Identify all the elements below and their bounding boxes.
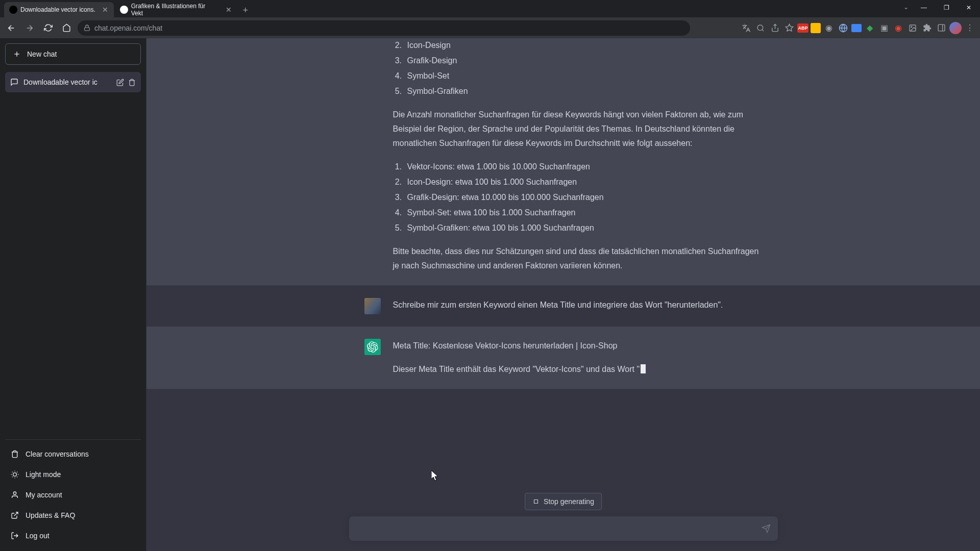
bookmark-icon[interactable]: [783, 22, 795, 34]
external-link-icon: [10, 511, 19, 519]
message-input[interactable]: [357, 524, 753, 533]
browser-tab[interactable]: Grafiken & Illustrationen für Vekt ✕: [115, 2, 237, 17]
message-content: Meta Title: Kostenlose Vektor-Icons heru…: [393, 339, 763, 377]
favicon-icon: [9, 6, 17, 14]
reload-button[interactable]: [41, 21, 55, 35]
user-icon: [10, 491, 19, 499]
edit-icon[interactable]: [116, 79, 124, 86]
list-item: Symbol-Set: [404, 69, 763, 83]
new-chat-button[interactable]: New chat: [5, 43, 141, 65]
main-content: Icon-Design Grafik-Design Symbol-Set Sym…: [146, 38, 980, 551]
plus-icon: [13, 50, 21, 58]
window-minimize[interactable]: —: [913, 0, 935, 15]
extension-icon[interactable]: [811, 23, 821, 33]
sidebar-link-label: Clear conversations: [26, 450, 89, 458]
profile-avatar[interactable]: [949, 22, 962, 34]
close-icon[interactable]: ✕: [225, 6, 232, 13]
list-item: Icon-Design: [404, 38, 763, 53]
sidebar-logout[interactable]: Log out: [5, 525, 141, 546]
svg-point-9: [13, 473, 17, 477]
sun-icon: [10, 470, 19, 479]
url-text: chat.openai.com/chat: [94, 24, 162, 32]
favicon-icon: [120, 6, 128, 14]
assistant-message: Meta Title: Kostenlose Vektor-Icons heru…: [146, 327, 980, 389]
user-message: Schreibe mir zum ersten Keyword einen Me…: [146, 286, 980, 327]
extension-icon[interactable]: [851, 24, 862, 32]
zoom-icon[interactable]: [754, 22, 767, 34]
extensions-menu-icon[interactable]: [921, 22, 933, 34]
assistant-text: Meta Title: Kostenlose Vektor-Icons heru…: [393, 339, 763, 353]
nav-bar: chat.openai.com/chat ABP ◉ ◆ ▣: [0, 17, 980, 38]
input-area: Stop generating: [146, 485, 980, 551]
chat-item-label: Downloadable vector ic: [23, 78, 111, 86]
tab-label: Grafiken & Illustrationen für Vekt: [131, 3, 219, 17]
stop-generating-button[interactable]: Stop generating: [525, 493, 602, 510]
trash-icon: [10, 450, 19, 458]
forward-button[interactable]: [22, 21, 37, 35]
translate-icon[interactable]: [740, 22, 752, 34]
list-item: Symbol-Grafiken: etwa 100 bis 1.000 Such…: [404, 221, 763, 235]
home-button[interactable]: [59, 21, 74, 35]
extension-icon[interactable]: [837, 22, 849, 34]
address-bar[interactable]: chat.openai.com/chat: [78, 20, 690, 36]
sidebar-link-label: Updates & FAQ: [26, 511, 75, 519]
window-maximize[interactable]: ❐: [935, 0, 958, 15]
sidebar-light-mode[interactable]: Light mode: [5, 464, 141, 485]
assistant-avatar: [364, 339, 381, 355]
svg-rect-5: [938, 24, 945, 31]
message-input-container[interactable]: [349, 516, 778, 541]
sidebar-link-label: Light mode: [26, 470, 61, 479]
share-icon[interactable]: [769, 22, 781, 34]
svg-line-13: [17, 477, 17, 477]
svg-rect-0: [85, 28, 90, 31]
new-tab-button[interactable]: +: [238, 3, 253, 17]
svg-line-17: [17, 472, 17, 472]
paragraph: Bitte beachte, dass dies nur Schätzungen…: [393, 244, 763, 273]
paragraph: Die Anzahl monatlicher Suchanfragen für …: [393, 108, 763, 151]
adblock-icon[interactable]: ABP: [797, 23, 808, 33]
svg-point-4: [911, 26, 912, 27]
stop-icon: [532, 498, 540, 505]
list-item: Icon-Design: etwa 100 bis 1.000 Suchanfr…: [404, 175, 763, 189]
new-chat-label: New chat: [27, 50, 57, 58]
browser-chrome: ⌄ — ❐ ✕ Downloadable vector icons. ✕ Gra…: [0, 0, 980, 38]
svg-point-18: [13, 492, 16, 494]
extension-icon[interactable]: ◉: [892, 22, 904, 34]
list-item: Symbol-Grafiken: [404, 84, 763, 98]
user-text: Schreibe mir zum ersten Keyword einen Me…: [393, 300, 723, 309]
conversation[interactable]: Icon-Design Grafik-Design Symbol-Set Sym…: [146, 38, 980, 551]
send-icon[interactable]: [762, 524, 771, 533]
list-item: Symbol-Set: etwa 100 bis 1.000 Suchanfra…: [404, 206, 763, 220]
sidebar-chat-item[interactable]: Downloadable vector ic: [5, 72, 141, 92]
sidebar-updates-faq[interactable]: Updates & FAQ: [5, 505, 141, 525]
sidebar-my-account[interactable]: My account: [5, 485, 141, 505]
chat-icon: [10, 78, 18, 86]
assistant-message: Icon-Design Grafik-Design Symbol-Set Sym…: [146, 38, 980, 286]
svg-rect-19: [534, 500, 538, 504]
svg-line-12: [12, 472, 13, 472]
svg-line-16: [12, 477, 13, 477]
menu-icon[interactable]: ⋮: [964, 22, 976, 34]
sidebar-clear-conversations[interactable]: Clear conversations: [5, 444, 141, 464]
close-icon[interactable]: ✕: [102, 6, 109, 13]
trash-icon[interactable]: [128, 79, 136, 86]
window-close[interactable]: ✕: [958, 0, 980, 15]
tab-bar: Downloadable vector icons. ✕ Grafiken & …: [0, 0, 980, 17]
extension-icon[interactable]: [906, 22, 919, 34]
extension-icon[interactable]: ▣: [878, 22, 890, 34]
browser-tab-active[interactable]: Downloadable vector icons. ✕: [4, 2, 114, 17]
tab-overflow-icon[interactable]: ⌄: [903, 4, 909, 11]
assistant-text: Dieser Meta Title enthält das Keyword "V…: [393, 365, 640, 373]
sidebar: New chat Downloadable vector ic Cle: [0, 38, 146, 551]
back-button[interactable]: [4, 21, 18, 35]
user-avatar: [364, 298, 381, 314]
extension-icon[interactable]: ◆: [864, 22, 876, 34]
extension-icon[interactable]: ◉: [823, 22, 835, 34]
message-content: Schreibe mir zum ersten Keyword einen Me…: [393, 298, 763, 314]
logout-icon: [10, 532, 19, 540]
sidebar-link-label: My account: [26, 491, 62, 499]
sidepanel-icon[interactable]: [935, 22, 947, 34]
lock-icon: [84, 24, 90, 31]
list-item: Grafik-Design: etwa 10.000 bis 100.000 S…: [404, 190, 763, 205]
list-item: Grafik-Design: [404, 54, 763, 68]
